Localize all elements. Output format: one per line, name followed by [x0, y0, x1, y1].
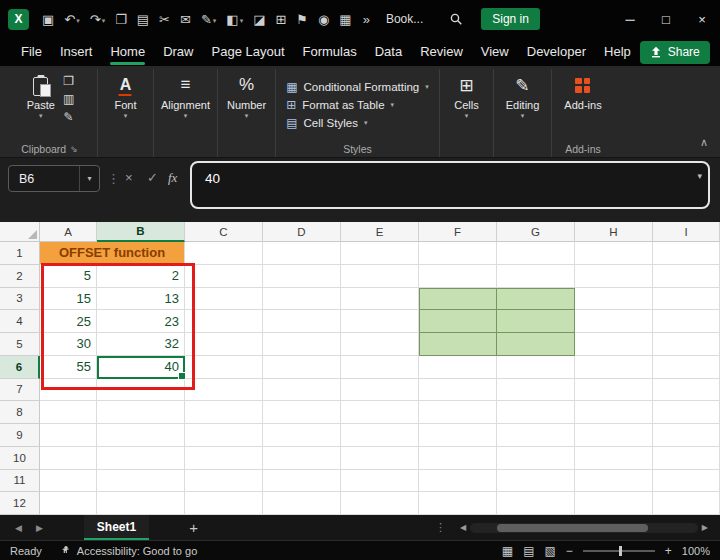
cell-D7[interactable]	[263, 379, 341, 402]
cell-I4[interactable]	[653, 310, 720, 333]
alignment-button[interactable]: ≡ Alignment ▾	[156, 69, 215, 141]
collapse-ribbon-icon[interactable]: ∧	[700, 136, 708, 149]
cell-A1:B1[interactable]: OFFSET function	[40, 242, 185, 265]
cell-styles-button[interactable]: ▤Cell Styles▾	[286, 116, 429, 130]
borders-icon[interactable]: ⊞	[270, 12, 291, 27]
row-header-12[interactable]: 12	[0, 492, 40, 515]
cell-H4[interactable]	[575, 310, 653, 333]
cell-B12[interactable]	[97, 492, 185, 515]
cell-A5[interactable]: 30	[40, 333, 97, 356]
cell-E2[interactable]	[341, 265, 419, 288]
zoom-out-button[interactable]: −	[566, 544, 573, 558]
cell-B7[interactable]	[97, 379, 185, 402]
row-header-2[interactable]: 2	[0, 265, 40, 288]
cell-D10[interactable]	[263, 447, 341, 470]
eraser-icon[interactable]: ◪	[248, 12, 270, 27]
cell-C9[interactable]	[185, 424, 263, 447]
cell-G5[interactable]	[497, 333, 575, 356]
accessibility-status[interactable]: Accessibility: Good to go	[60, 545, 197, 557]
cell-H3[interactable]	[575, 288, 653, 311]
fill-color-icon[interactable]: ◧▾	[221, 12, 248, 27]
zoom-slider[interactable]	[583, 550, 655, 552]
cell-I2[interactable]	[653, 265, 720, 288]
cell-H8[interactable]	[575, 401, 653, 424]
menu-tab-developer[interactable]: Developer	[518, 39, 595, 66]
zoom-level[interactable]: 100%	[682, 545, 710, 557]
cell-A12[interactable]	[40, 492, 97, 515]
cell-E6[interactable]	[341, 356, 419, 379]
cell-C6[interactable]	[185, 356, 263, 379]
sign-in-button[interactable]: Sign in	[481, 8, 540, 30]
cell-F1[interactable]	[419, 242, 497, 265]
row-header-4[interactable]: 4	[0, 310, 40, 333]
cell-C10[interactable]	[185, 447, 263, 470]
cell-B3[interactable]: 13	[97, 288, 185, 311]
editing-button[interactable]: ✎ Editing ▾	[501, 69, 545, 141]
normal-view-button[interactable]: ▦	[502, 544, 513, 558]
conditional-formatting-button[interactable]: ▦Conditional Formatting▾	[286, 80, 429, 94]
cell-E9[interactable]	[341, 424, 419, 447]
menu-tab-draw[interactable]: Draw	[154, 39, 202, 66]
cancel-button[interactable]: ×	[125, 170, 133, 185]
mail-icon[interactable]: ✉	[175, 12, 196, 27]
cell-F11[interactable]	[419, 470, 497, 493]
cell-I5[interactable]	[653, 333, 720, 356]
cut-icon[interactable]: ✂	[154, 12, 175, 27]
cell-B8[interactable]	[97, 401, 185, 424]
enter-button[interactable]: ✓	[147, 170, 158, 185]
format-painter-icon[interactable]: ✎	[63, 111, 74, 124]
cell-H1[interactable]	[575, 242, 653, 265]
cell-E8[interactable]	[341, 401, 419, 424]
cell-I6[interactable]	[653, 356, 720, 379]
menu-tab-help[interactable]: Help	[595, 39, 640, 66]
cell-G7[interactable]	[497, 379, 575, 402]
cell-I9[interactable]	[653, 424, 720, 447]
cell-C4[interactable]	[185, 310, 263, 333]
cell-D3[interactable]	[263, 288, 341, 311]
cell-H11[interactable]	[575, 470, 653, 493]
cell-B5[interactable]: 32	[97, 333, 185, 356]
cell-A6[interactable]: 55	[40, 356, 97, 379]
prev-sheet-button[interactable]: ◀	[8, 523, 29, 533]
page-layout-view-button[interactable]: ▤	[523, 544, 534, 558]
cell-G4[interactable]	[497, 310, 575, 333]
cell-G6[interactable]	[497, 356, 575, 379]
scroll-left-icon[interactable]: ◀	[456, 523, 470, 532]
menu-tab-page-layout[interactable]: Page Layout	[203, 39, 294, 66]
cell-C5[interactable]	[185, 333, 263, 356]
paste-button[interactable]: Paste ▾	[22, 69, 60, 141]
cell-C1[interactable]	[185, 242, 263, 265]
select-all-corner[interactable]	[0, 222, 40, 242]
cell-D6[interactable]	[263, 356, 341, 379]
cell-A11[interactable]	[40, 470, 97, 493]
cell-G11[interactable]	[497, 470, 575, 493]
workbook-name[interactable]: Book...	[386, 12, 423, 26]
cell-F12[interactable]	[419, 492, 497, 515]
scrollbar-thumb[interactable]	[497, 524, 647, 532]
cell-B10[interactable]	[97, 447, 185, 470]
cell-C12[interactable]	[185, 492, 263, 515]
cell-I7[interactable]	[653, 379, 720, 402]
column-header-H[interactable]: H	[575, 222, 653, 242]
search-icon[interactable]	[449, 12, 463, 26]
row-header-9[interactable]: 9	[0, 424, 40, 447]
column-header-B[interactable]: B	[97, 222, 185, 242]
row-header-7[interactable]: 7	[0, 379, 40, 402]
page-break-view-button[interactable]: ▧	[544, 544, 555, 558]
cell-E11[interactable]	[341, 470, 419, 493]
formula-input[interactable]: 40	[190, 161, 710, 209]
row-header-6[interactable]: 6	[0, 356, 40, 379]
scrollbar-track[interactable]	[470, 523, 698, 533]
paste-icon[interactable]: ▤	[132, 12, 154, 27]
cell-B4[interactable]: 23	[97, 310, 185, 333]
cell-D11[interactable]	[263, 470, 341, 493]
menu-tab-file[interactable]: File	[12, 39, 51, 66]
cell-E12[interactable]	[341, 492, 419, 515]
cell-A3[interactable]: 15	[40, 288, 97, 311]
cell-F5[interactable]	[419, 333, 497, 356]
cell-H9[interactable]	[575, 424, 653, 447]
zoom-in-button[interactable]: +	[665, 544, 672, 558]
cell-I10[interactable]	[653, 447, 720, 470]
cell-A7[interactable]	[40, 379, 97, 402]
horizontal-scrollbar[interactable]: ◀ ▶	[456, 523, 712, 533]
